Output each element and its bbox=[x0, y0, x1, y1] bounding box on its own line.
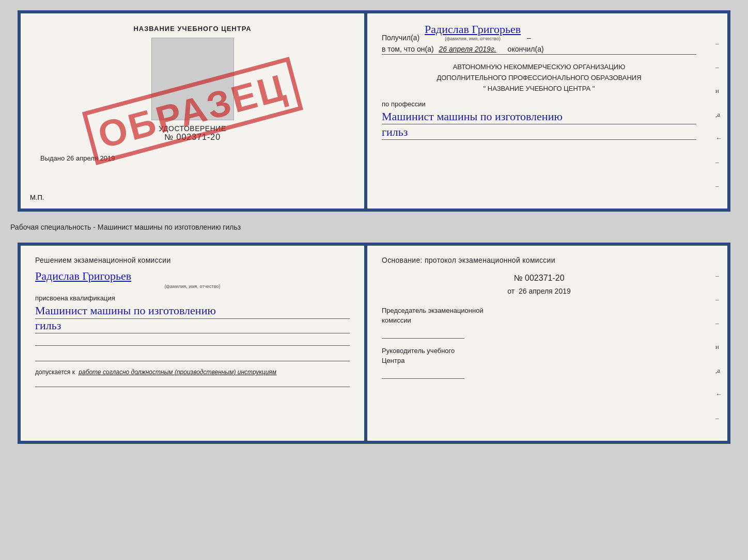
school-name-top: НАЗВАНИЕ УЧЕБНОГО ЦЕНТРА bbox=[35, 25, 350, 33]
udost-number: № 002371-20 bbox=[164, 133, 221, 142]
protocol-date-value: 26 апреля 2019 bbox=[519, 287, 571, 295]
rukovoditel-sign-line bbox=[382, 367, 464, 379]
vtom-prefix: в том, что он(а) bbox=[382, 45, 434, 53]
udost-label: УДОСТОВЕРЕНИЕ bbox=[159, 124, 226, 133]
okончил-text: окончил(а) bbox=[508, 45, 544, 53]
poluchil-prefix: Получил(а) bbox=[382, 34, 419, 42]
kvalif-name1: Машинист машины по изготовлению bbox=[35, 304, 350, 319]
mp-label: М.П. bbox=[30, 194, 44, 201]
kvalif-name2: гильз bbox=[35, 319, 350, 333]
name-subtitle-top: (фамилия, имя, отчество) bbox=[425, 36, 521, 41]
cert-bottom-right: Основание: протокол экзаменационной коми… bbox=[367, 246, 727, 441]
sig-line-1 bbox=[35, 338, 350, 346]
certificate-top: НАЗВАНИЕ УЧЕБНОГО ЦЕНТРА УДОСТОВЕРЕНИЕ №… bbox=[18, 10, 730, 212]
po-professii-label: по профессии bbox=[382, 100, 696, 108]
org-block: АВТОНОМНУЮ НЕКОММЕРЧЕСКУЮ ОРГАНИЗАЦИЮ ДО… bbox=[382, 62, 696, 94]
right-dashes-bottom: – – – и ,а ← – – – bbox=[715, 271, 722, 444]
prof-name2-top: гильз bbox=[382, 125, 696, 140]
predsedatel-sign-line bbox=[382, 327, 464, 339]
org-line1: АВТОНОМНУЮ НЕКОММЕРЧЕСКУЮ ОРГАНИЗАЦИЮ bbox=[382, 62, 696, 73]
right-dashes-top: – – и ,а ← – – – bbox=[715, 39, 722, 212]
sig-line-2 bbox=[35, 353, 350, 361]
rukovoditel-line1: Руководитель учебного bbox=[382, 347, 696, 355]
dopuskaetsya-text: допускается к работе согласно должностны… bbox=[35, 369, 350, 376]
date-prefix: от bbox=[507, 287, 515, 295]
sig-line-3 bbox=[35, 379, 350, 387]
predsedatel-line1: Председатель экзаменационной bbox=[382, 307, 696, 314]
protocol-number: № 002371-20 bbox=[382, 274, 696, 283]
vtom-date: 26 апреля 2019г. bbox=[439, 45, 496, 53]
cert-bottom-left: Решением экзаменационной комиссии Радисл… bbox=[21, 246, 364, 441]
recipient-name-top: Радислав Григорьев bbox=[425, 23, 521, 36]
vydano-line: Выдано 26 апреля 2019 bbox=[35, 154, 350, 162]
dash-after-name: – bbox=[527, 34, 531, 42]
between-label: Рабочая специальность - Машинист машины … bbox=[10, 221, 241, 233]
name-subtitle-bottom: (фамилия, имя, отчество) bbox=[35, 284, 350, 289]
cert-top-right: Получил(а) Радислав Григорьев (фамилия, … bbox=[367, 13, 727, 209]
cert-top-left: НАЗВАНИЕ УЧЕБНОГО ЦЕНТРА УДОСТОВЕРЕНИЕ №… bbox=[21, 13, 364, 209]
org-line2: ДОПОЛНИТЕЛЬНОГО ПРОФЕССИОНАЛЬНОГО ОБРАЗО… bbox=[382, 73, 696, 84]
signature-lines bbox=[35, 338, 350, 361]
protocol-date: от 26 апреля 2019 bbox=[382, 287, 696, 295]
dopusk-prefix: допускается к bbox=[35, 369, 75, 376]
predsedatel-line2: комиссии bbox=[382, 316, 696, 324]
rukovoditel-line2: Центра bbox=[382, 357, 696, 364]
prof-name-top: Машинист машины по изготовлению bbox=[382, 110, 696, 124]
prisvoena-text: присвоена квалификация bbox=[35, 294, 350, 302]
recipient-name-bottom: Радислав Григорьев bbox=[35, 269, 350, 283]
stamp-box bbox=[151, 38, 234, 120]
org-line3: " НАЗВАНИЕ УЧЕБНОГО ЦЕНТРА " bbox=[382, 84, 696, 94]
stamp-area: УДОСТОВЕРЕНИЕ № 002371-20 bbox=[35, 38, 350, 145]
resheniem-title: Решением экзаменационной комиссии bbox=[35, 256, 350, 264]
poluchil-line: Получил(а) Радислав Григорьев (фамилия, … bbox=[382, 23, 696, 42]
vtom-line: в том, что он(а) 26 апреля 2019г. окончи… bbox=[382, 45, 696, 55]
dopusk-italic-text: работе согласно должностным (производств… bbox=[79, 369, 276, 376]
osnovanie-title: Основание: протокол экзаменационной коми… bbox=[382, 256, 696, 264]
certificate-bottom: Решением экзаменационной комиссии Радисл… bbox=[18, 243, 730, 444]
